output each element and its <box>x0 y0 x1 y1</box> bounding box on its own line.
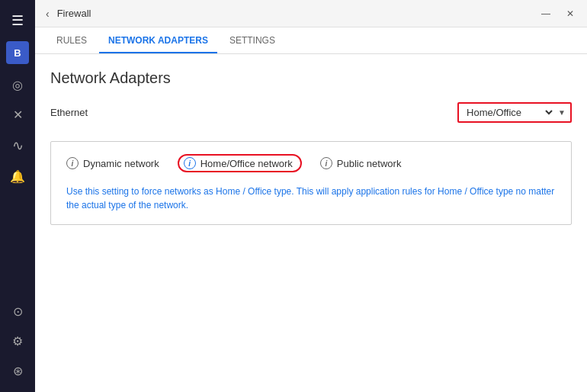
close-button[interactable]: ✕ <box>560 3 581 24</box>
menu-icon[interactable]: ☰ <box>5 6 30 35</box>
adapter-label: Ethernet <box>50 107 457 118</box>
dynamic-info-icon: i <box>66 157 79 169</box>
public-network-item[interactable]: i Public network <box>320 157 402 169</box>
bell-icon[interactable]: 🔔 <box>4 162 31 191</box>
eye-icon[interactable]: ◎ <box>6 70 29 100</box>
settings-icon[interactable]: ⚙ <box>6 326 29 356</box>
home-office-network-label: Home/Office network <box>200 158 293 169</box>
sidebar: ☰ B ◎ ✕ ∿ 🔔 ⊙ ⚙ ⊛ <box>0 0 35 392</box>
main-window: ‹ Firewall — ✕ RULES NETWORK ADAPTERS SE… <box>35 0 587 392</box>
title-bar: ‹ Firewall — ✕ <box>35 0 587 27</box>
window-controls: — ✕ <box>535 3 581 24</box>
page-title: Network Adapters <box>50 69 572 87</box>
globe-icon[interactable]: ⊛ <box>7 356 29 386</box>
public-info-icon: i <box>320 157 332 169</box>
home-office-info-icon: i <box>184 157 196 169</box>
network-type-select[interactable]: Home/Office Public Dynamic <box>464 106 555 119</box>
tab-bar: RULES NETWORK ADAPTERS SETTINGS <box>35 27 587 54</box>
window-title: Firewall <box>57 8 535 19</box>
public-network-label: Public network <box>337 158 402 169</box>
adapter-row: Ethernet Home/Office Public Dynamic ▼ <box>50 102 572 123</box>
chevron-down-icon: ▼ <box>558 108 566 117</box>
dynamic-network-item[interactable]: i Dynamic network <box>66 157 159 169</box>
home-office-network-item[interactable]: i Home/Office network <box>178 154 302 172</box>
network-type-select-wrapper: Home/Office Public Dynamic ▼ <box>457 102 572 123</box>
tab-rules[interactable]: RULES <box>47 27 96 53</box>
user-icon[interactable]: ⊙ <box>7 297 29 326</box>
pulse-icon[interactable]: ∿ <box>6 130 30 162</box>
network-description: Use this setting to force networks as Ho… <box>66 185 556 212</box>
network-types-list: i Dynamic network i Home/Office network … <box>66 154 556 172</box>
tab-network-adapters[interactable]: NETWORK ADAPTERS <box>99 27 217 53</box>
tools-icon[interactable]: ✕ <box>7 100 29 130</box>
minimize-button[interactable]: — <box>535 3 557 24</box>
dynamic-network-label: Dynamic network <box>83 158 159 169</box>
info-box: i Dynamic network i Home/Office network … <box>50 141 572 225</box>
avatar: B <box>6 41 29 64</box>
tab-settings[interactable]: SETTINGS <box>220 27 284 53</box>
back-button[interactable]: ‹ <box>41 5 54 23</box>
content-area: Network Adapters Ethernet Home/Office Pu… <box>35 54 587 392</box>
